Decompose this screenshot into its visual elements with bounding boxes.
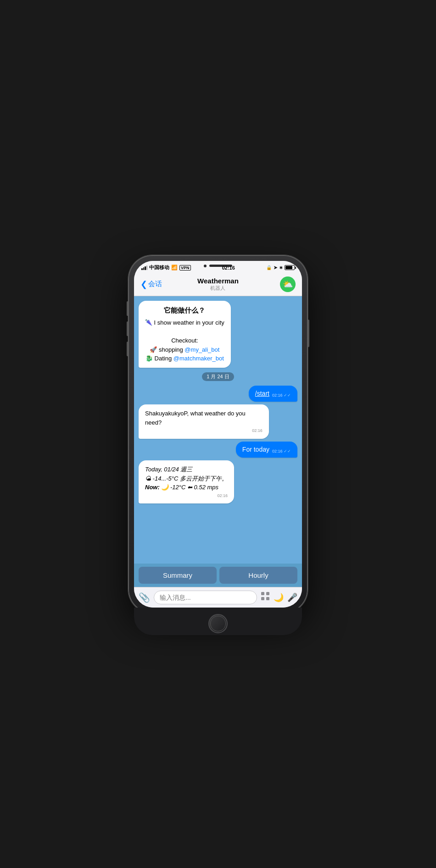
svg-rect-3	[266, 597, 269, 600]
welcome-line1: 🌂 I show weather in your city	[145, 318, 224, 327]
status-right: 🔒 ➤ ∗	[266, 265, 295, 270]
user-message-start-time: 02:16 ✓✓	[272, 393, 291, 398]
welcome-item1: 🚀 shopping @my_ali_bot	[145, 345, 224, 354]
back-button[interactable]: ❮ 会话	[140, 280, 162, 288]
moon-icon[interactable]: 🌙	[274, 592, 284, 603]
date-label: 1 月 24 日	[207, 374, 229, 379]
bot-message-weather-query-text: ShakuyakukyoP, what weather do you need?	[145, 409, 263, 427]
status-left: 中国移动 📶 VPN	[141, 264, 191, 271]
bot-avatar[interactable]: ⛅	[280, 276, 296, 292]
emoji-grid-icon[interactable]	[261, 592, 270, 603]
chat-subtitle: 机器人	[197, 285, 239, 291]
input-bar: 📎 🌙 🎤	[134, 587, 302, 608]
battery	[285, 265, 295, 270]
hourly-button[interactable]: Hourly	[219, 567, 297, 584]
bot-avatar-icon: ⛅	[283, 279, 293, 289]
welcome-item2: 🐉 Dating @matchmaker_bot	[145, 354, 224, 363]
bot-message-weather-query: ShakuyakukyoP, what weather do you need?…	[139, 404, 269, 439]
phone-screen: 中国移动 📶 VPN 02:16 🔒 ➤ ∗ ❮ 会话 Weatherman	[134, 261, 302, 608]
lock-icon: 🔒	[266, 265, 272, 270]
chevron-left-icon: ❮	[140, 280, 147, 288]
navigation-bar: ❮ 会话 Weatherman 机器人 ⛅	[134, 274, 302, 296]
bluetooth-icon: ∗	[279, 265, 283, 270]
wifi-icon: 📶	[171, 265, 178, 271]
front-camera	[204, 265, 207, 267]
weather-now-line: Now: 🌙 -12°C ⬅ 0.52 mps	[145, 483, 228, 492]
status-time: 02:16	[222, 265, 235, 271]
weather-temp-line: 🌤 -14...-5°C 多云开始于下午。	[145, 474, 228, 483]
chat-title: Weatherman	[197, 277, 239, 285]
vpn-badge: VPN	[179, 265, 191, 271]
home-button-inner	[210, 616, 226, 631]
battery-fill	[285, 266, 292, 269]
user-message-start: /start 02:16 ✓✓	[249, 386, 297, 402]
date-separator: 1 月 24 日	[202, 372, 234, 381]
svg-rect-0	[261, 592, 264, 595]
summary-button[interactable]: Summary	[139, 567, 217, 584]
chat-area[interactable]: 它能做什么？ 🌂 I show weather in your city Che…	[134, 296, 302, 564]
user-message-for-today: For today 02:16 ✓✓	[236, 442, 297, 458]
user-message-for-today-time: 02:16 ✓✓	[272, 448, 291, 454]
message-input[interactable]	[154, 591, 257, 604]
weather-result-time: 02:16	[145, 493, 228, 499]
nav-center: Weatherman 机器人	[197, 277, 239, 291]
carrier-label: 中国移动	[149, 264, 169, 271]
summary-label: Summary	[163, 571, 192, 579]
welcome-checkout: Checkout:	[145, 336, 224, 345]
home-button-area	[134, 608, 302, 635]
matchmaker-bot-link[interactable]: @matchmaker_bot	[173, 355, 224, 362]
hourly-label: Hourly	[248, 571, 268, 579]
bot-message-weather-result: Today, 01/24 週三 🌤 -14...-5°C 多云开始于下午。 No…	[139, 460, 234, 503]
welcome-title: 它能做什么？	[145, 305, 224, 316]
double-check-icon: ✓✓	[284, 393, 291, 398]
welcome-message-bubble: 它能做什么？ 🌂 I show weather in your city Che…	[139, 301, 231, 368]
svg-rect-2	[261, 597, 264, 600]
phone-device: 中国移动 📶 VPN 02:16 🔒 ➤ ∗ ❮ 会话 Weatherman	[129, 255, 307, 613]
user-message-for-today-text: For today	[242, 445, 269, 454]
bot-message-weather-query-time: 02:16	[145, 428, 263, 434]
my-ali-bot-link[interactable]: @my_ali_bot	[184, 346, 219, 353]
weather-date-line: Today, 01/24 週三	[145, 465, 228, 474]
attach-icon[interactable]: 📎	[139, 592, 150, 603]
double-check-today-icon: ✓✓	[284, 449, 291, 453]
home-button[interactable]	[208, 614, 228, 633]
weather-result-text: Today, 01/24 週三 🌤 -14...-5°C 多云开始于下午。 No…	[145, 465, 228, 492]
location-icon: ➤	[274, 265, 277, 270]
signal-bars	[141, 265, 147, 270]
microphone-icon[interactable]: 🎤	[287, 592, 297, 603]
back-label: 会话	[148, 280, 162, 288]
user-message-start-text: /start	[255, 389, 269, 398]
svg-rect-1	[266, 592, 269, 595]
action-buttons-row: Summary Hourly	[134, 564, 302, 587]
status-bar: 中国移动 📶 VPN 02:16 🔒 ➤ ∗	[134, 261, 302, 274]
